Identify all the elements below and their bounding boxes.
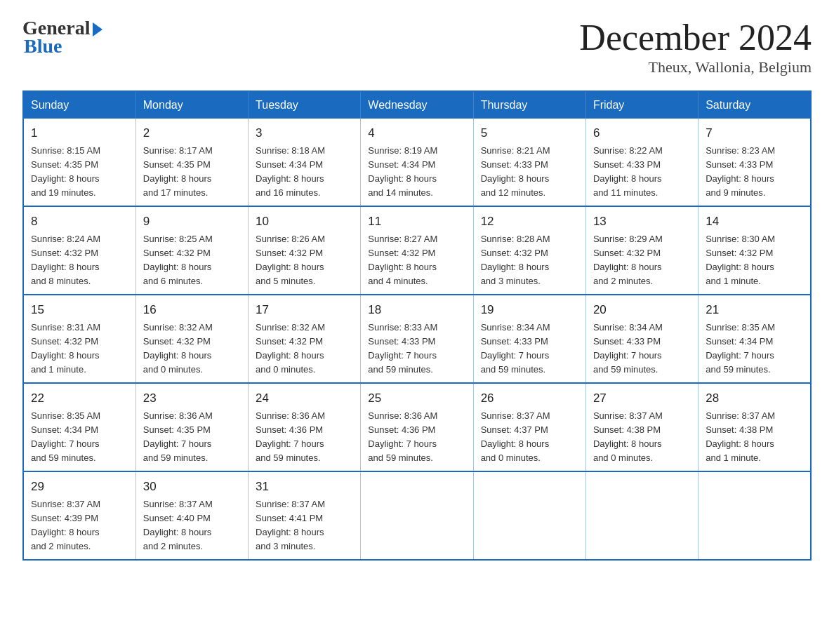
day-info: Sunrise: 8:26 AM Sunset: 4:32 PM Dayligh… xyxy=(256,232,353,289)
day-number: 18 xyxy=(368,301,465,319)
day-info: Sunrise: 8:35 AM Sunset: 4:34 PM Dayligh… xyxy=(706,321,803,377)
day-number: 2 xyxy=(143,124,241,142)
page-header: General Blue December 2024 Theux, Wallon… xyxy=(22,17,812,76)
day-info: Sunrise: 8:31 AM Sunset: 4:32 PM Dayligh… xyxy=(31,321,128,377)
day-number: 24 xyxy=(256,389,353,408)
day-number: 4 xyxy=(368,124,465,142)
day-info: Sunrise: 8:15 AM Sunset: 4:35 PM Dayligh… xyxy=(31,144,128,201)
calendar-cell: 21Sunrise: 8:35 AM Sunset: 4:34 PM Dayli… xyxy=(699,295,811,383)
calendar-cell: 9Sunrise: 8:25 AM Sunset: 4:32 PM Daylig… xyxy=(135,206,248,295)
calendar-cell: 17Sunrise: 8:32 AM Sunset: 4:32 PM Dayli… xyxy=(249,295,361,383)
day-info: Sunrise: 8:32 AM Sunset: 4:32 PM Dayligh… xyxy=(256,321,353,377)
calendar-cell: 1Sunrise: 8:15 AM Sunset: 4:35 PM Daylig… xyxy=(23,119,135,206)
calendar-cell xyxy=(585,471,698,560)
day-info: Sunrise: 8:18 AM Sunset: 4:34 PM Dayligh… xyxy=(256,144,353,201)
calendar-cell: 30Sunrise: 8:37 AM Sunset: 4:40 PM Dayli… xyxy=(135,471,248,560)
calendar-cell xyxy=(473,471,585,560)
day-info: Sunrise: 8:17 AM Sunset: 4:35 PM Dayligh… xyxy=(143,144,241,201)
calendar-cell: 27Sunrise: 8:37 AM Sunset: 4:38 PM Dayli… xyxy=(585,383,698,471)
day-info: Sunrise: 8:23 AM Sunset: 4:33 PM Dayligh… xyxy=(706,144,803,201)
title-area: December 2024 Theux, Wallonia, Belgium xyxy=(579,17,812,76)
day-number: 29 xyxy=(31,478,128,496)
day-number: 14 xyxy=(706,213,803,231)
day-info: Sunrise: 8:37 AM Sunset: 4:41 PM Dayligh… xyxy=(256,497,353,554)
day-number: 11 xyxy=(368,213,465,231)
day-number: 10 xyxy=(256,213,353,231)
day-info: Sunrise: 8:37 AM Sunset: 4:40 PM Dayligh… xyxy=(143,497,241,554)
column-header-friday: Friday xyxy=(585,91,698,119)
day-number: 22 xyxy=(31,389,128,408)
calendar-cell: 18Sunrise: 8:33 AM Sunset: 4:33 PM Dayli… xyxy=(361,295,473,383)
day-number: 16 xyxy=(143,301,241,319)
day-number: 7 xyxy=(706,124,803,142)
day-number: 6 xyxy=(593,124,691,142)
location-subtitle: Theux, Wallonia, Belgium xyxy=(579,58,812,76)
day-info: Sunrise: 8:37 AM Sunset: 4:38 PM Dayligh… xyxy=(593,409,691,466)
calendar-cell: 5Sunrise: 8:21 AM Sunset: 4:33 PM Daylig… xyxy=(473,119,585,206)
day-number: 31 xyxy=(256,478,353,496)
calendar-cell: 22Sunrise: 8:35 AM Sunset: 4:34 PM Dayli… xyxy=(23,383,135,471)
day-info: Sunrise: 8:37 AM Sunset: 4:38 PM Dayligh… xyxy=(706,409,803,466)
column-header-sunday: Sunday xyxy=(23,91,135,119)
calendar-cell: 12Sunrise: 8:28 AM Sunset: 4:32 PM Dayli… xyxy=(473,206,585,295)
calendar-week-row: 15Sunrise: 8:31 AM Sunset: 4:32 PM Dayli… xyxy=(23,295,811,383)
day-number: 8 xyxy=(31,213,128,231)
day-info: Sunrise: 8:34 AM Sunset: 4:33 PM Dayligh… xyxy=(481,321,578,377)
column-header-tuesday: Tuesday xyxy=(249,91,361,119)
day-info: Sunrise: 8:29 AM Sunset: 4:32 PM Dayligh… xyxy=(593,232,691,289)
calendar-cell: 11Sunrise: 8:27 AM Sunset: 4:32 PM Dayli… xyxy=(361,206,473,295)
day-info: Sunrise: 8:37 AM Sunset: 4:37 PM Dayligh… xyxy=(481,409,578,466)
day-number: 17 xyxy=(256,301,353,319)
calendar-week-row: 22Sunrise: 8:35 AM Sunset: 4:34 PM Dayli… xyxy=(23,383,811,471)
calendar-cell: 23Sunrise: 8:36 AM Sunset: 4:35 PM Dayli… xyxy=(135,383,248,471)
day-info: Sunrise: 8:34 AM Sunset: 4:33 PM Dayligh… xyxy=(593,321,691,377)
day-number: 1 xyxy=(31,124,128,142)
calendar-cell: 25Sunrise: 8:36 AM Sunset: 4:36 PM Dayli… xyxy=(361,383,473,471)
logo-blue-text: Blue xyxy=(24,35,62,58)
day-info: Sunrise: 8:36 AM Sunset: 4:35 PM Dayligh… xyxy=(143,409,241,466)
day-number: 3 xyxy=(256,124,353,142)
calendar-cell: 4Sunrise: 8:19 AM Sunset: 4:34 PM Daylig… xyxy=(361,119,473,206)
calendar-cell: 26Sunrise: 8:37 AM Sunset: 4:37 PM Dayli… xyxy=(473,383,585,471)
day-info: Sunrise: 8:32 AM Sunset: 4:32 PM Dayligh… xyxy=(143,321,241,377)
day-info: Sunrise: 8:19 AM Sunset: 4:34 PM Dayligh… xyxy=(368,144,465,201)
day-number: 12 xyxy=(481,213,578,231)
day-info: Sunrise: 8:36 AM Sunset: 4:36 PM Dayligh… xyxy=(368,409,465,466)
day-number: 26 xyxy=(481,389,578,408)
month-title: December 2024 xyxy=(579,17,812,58)
calendar-cell: 24Sunrise: 8:36 AM Sunset: 4:36 PM Dayli… xyxy=(249,383,361,471)
calendar-cell: 19Sunrise: 8:34 AM Sunset: 4:33 PM Dayli… xyxy=(473,295,585,383)
calendar-cell: 31Sunrise: 8:37 AM Sunset: 4:41 PM Dayli… xyxy=(249,471,361,560)
calendar-cell: 6Sunrise: 8:22 AM Sunset: 4:33 PM Daylig… xyxy=(585,119,698,206)
day-number: 28 xyxy=(706,389,803,408)
calendar-cell: 29Sunrise: 8:37 AM Sunset: 4:39 PM Dayli… xyxy=(23,471,135,560)
logo-arrow-icon xyxy=(93,22,102,36)
calendar-week-row: 8Sunrise: 8:24 AM Sunset: 4:32 PM Daylig… xyxy=(23,206,811,295)
day-info: Sunrise: 8:30 AM Sunset: 4:32 PM Dayligh… xyxy=(706,232,803,289)
day-info: Sunrise: 8:22 AM Sunset: 4:33 PM Dayligh… xyxy=(593,144,691,201)
day-number: 21 xyxy=(706,301,803,319)
calendar-cell xyxy=(361,471,473,560)
calendar-cell: 20Sunrise: 8:34 AM Sunset: 4:33 PM Dayli… xyxy=(585,295,698,383)
day-info: Sunrise: 8:27 AM Sunset: 4:32 PM Dayligh… xyxy=(368,232,465,289)
day-number: 20 xyxy=(593,301,691,319)
calendar-cell: 14Sunrise: 8:30 AM Sunset: 4:32 PM Dayli… xyxy=(699,206,811,295)
day-number: 13 xyxy=(593,213,691,231)
calendar-week-row: 29Sunrise: 8:37 AM Sunset: 4:39 PM Dayli… xyxy=(23,471,811,560)
day-info: Sunrise: 8:35 AM Sunset: 4:34 PM Dayligh… xyxy=(31,409,128,466)
day-info: Sunrise: 8:33 AM Sunset: 4:33 PM Dayligh… xyxy=(368,321,465,377)
calendar-cell: 7Sunrise: 8:23 AM Sunset: 4:33 PM Daylig… xyxy=(699,119,811,206)
column-header-monday: Monday xyxy=(135,91,248,119)
calendar-cell: 15Sunrise: 8:31 AM Sunset: 4:32 PM Dayli… xyxy=(23,295,135,383)
day-number: 5 xyxy=(481,124,578,142)
calendar-cell: 10Sunrise: 8:26 AM Sunset: 4:32 PM Dayli… xyxy=(249,206,361,295)
calendar-week-row: 1Sunrise: 8:15 AM Sunset: 4:35 PM Daylig… xyxy=(23,119,811,206)
day-number: 15 xyxy=(31,301,128,319)
day-info: Sunrise: 8:36 AM Sunset: 4:36 PM Dayligh… xyxy=(256,409,353,466)
day-number: 25 xyxy=(368,389,465,408)
calendar-cell: 16Sunrise: 8:32 AM Sunset: 4:32 PM Dayli… xyxy=(135,295,248,383)
calendar-cell: 28Sunrise: 8:37 AM Sunset: 4:38 PM Dayli… xyxy=(699,383,811,471)
day-number: 19 xyxy=(481,301,578,319)
day-info: Sunrise: 8:24 AM Sunset: 4:32 PM Dayligh… xyxy=(31,232,128,289)
column-header-saturday: Saturday xyxy=(699,91,811,119)
